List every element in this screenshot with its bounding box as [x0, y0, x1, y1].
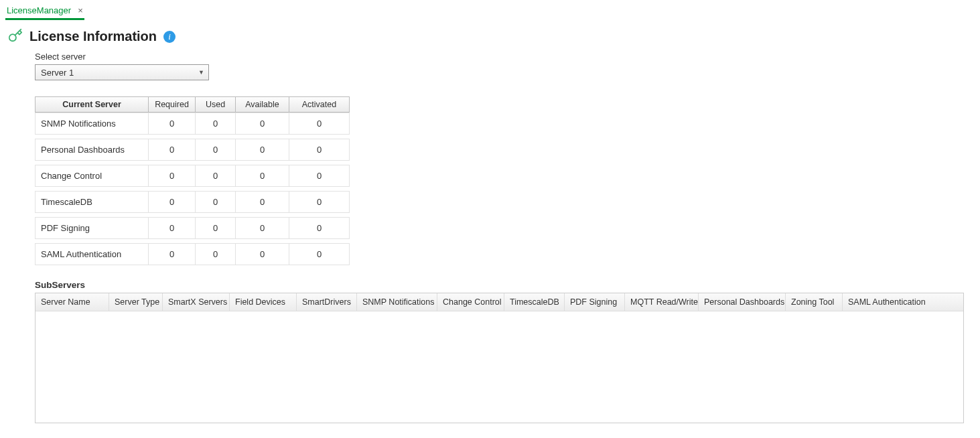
cell-required: 0 — [149, 113, 196, 135]
cell-required: 0 — [149, 191, 196, 213]
cell-used: 0 — [196, 191, 236, 213]
subservers-col-header[interactable]: PDF Signing — [565, 293, 625, 311]
col-current-server[interactable]: Current Server — [35, 96, 149, 113]
subservers-table: Server NameServer TypeSmartX ServersFiel… — [35, 293, 964, 423]
table-row[interactable]: PDF Signing0000 — [35, 217, 350, 239]
subservers-header-row: Server NameServer TypeSmartX ServersFiel… — [36, 293, 963, 311]
cell-name: Personal Dashboards — [35, 139, 149, 161]
cell-available: 0 — [236, 191, 289, 213]
table-row[interactable]: SAML Authentication0000 — [35, 243, 350, 265]
license-table: Current Server Required Used Available A… — [35, 96, 350, 265]
subservers-title: SubServers — [35, 280, 972, 290]
cell-activated: 0 — [289, 243, 350, 265]
subservers-col-header[interactable]: SAML Authentication — [843, 293, 963, 311]
select-server-label: Select server — [35, 52, 972, 62]
subservers-col-header[interactable]: Server Name — [36, 293, 109, 311]
cell-activated: 0 — [289, 165, 350, 187]
table-row[interactable]: TimescaleDB0000 — [35, 191, 350, 213]
cell-used: 0 — [196, 113, 236, 135]
page-title: License Information — [29, 29, 157, 44]
subservers-col-header[interactable]: Field Devices — [230, 293, 297, 311]
cell-available: 0 — [236, 243, 289, 265]
subservers-col-header[interactable]: SNMP Notifications — [357, 293, 437, 311]
chevron-down-icon: ▼ — [198, 69, 204, 76]
subservers-col-header[interactable]: TimescaleDB — [504, 293, 565, 311]
table-row[interactable]: Change Control0000 — [35, 165, 350, 187]
cell-used: 0 — [196, 139, 236, 161]
cell-name: PDF Signing — [35, 217, 149, 239]
cell-required: 0 — [149, 217, 196, 239]
tab-license-manager[interactable]: LicenseManager × — [5, 4, 84, 20]
subservers-col-header[interactable]: Server Type — [109, 293, 163, 311]
cell-available: 0 — [236, 139, 289, 161]
subservers-col-header[interactable]: MQTT Read/Write — [625, 293, 699, 311]
tab-label: LicenseManager — [7, 5, 71, 15]
key-icon — [8, 28, 23, 45]
subservers-col-header[interactable]: SmartDrivers — [297, 293, 357, 311]
info-icon[interactable]: i — [163, 31, 176, 43]
cell-available: 0 — [236, 217, 289, 239]
tab-bar: LicenseManager × — [0, 0, 980, 20]
cell-name: SAML Authentication — [35, 243, 149, 265]
col-activated[interactable]: Activated — [289, 96, 350, 113]
license-table-header-row: Current Server Required Used Available A… — [35, 96, 350, 113]
subservers-col-header[interactable]: Zoning Tool — [786, 293, 843, 311]
cell-used: 0 — [196, 165, 236, 187]
cell-activated: 0 — [289, 191, 350, 213]
cell-activated: 0 — [289, 113, 350, 135]
subservers-col-header[interactable]: SmartX Servers — [163, 293, 230, 311]
server-dropdown[interactable]: Server 1 ▼ — [35, 64, 209, 80]
col-required[interactable]: Required — [149, 96, 196, 113]
cell-required: 0 — [149, 139, 196, 161]
cell-required: 0 — [149, 165, 196, 187]
cell-used: 0 — [196, 217, 236, 239]
cell-name: SNMP Notifications — [35, 113, 149, 135]
subservers-col-header[interactable]: Change Control — [437, 293, 504, 311]
cell-activated: 0 — [289, 139, 350, 161]
cell-name: TimescaleDB — [35, 191, 149, 213]
close-icon[interactable]: × — [78, 5, 83, 15]
server-dropdown-value: Server 1 — [41, 68, 74, 78]
cell-used: 0 — [196, 243, 236, 265]
subservers-col-header[interactable]: Personal Dashboards — [699, 293, 786, 311]
cell-activated: 0 — [289, 217, 350, 239]
table-row[interactable]: Personal Dashboards0000 — [35, 139, 350, 161]
cell-available: 0 — [236, 165, 289, 187]
col-used[interactable]: Used — [196, 96, 236, 113]
cell-available: 0 — [236, 113, 289, 135]
col-available[interactable]: Available — [236, 96, 289, 113]
cell-required: 0 — [149, 243, 196, 265]
table-row[interactable]: SNMP Notifications0000 — [35, 113, 350, 135]
cell-name: Change Control — [35, 165, 149, 187]
